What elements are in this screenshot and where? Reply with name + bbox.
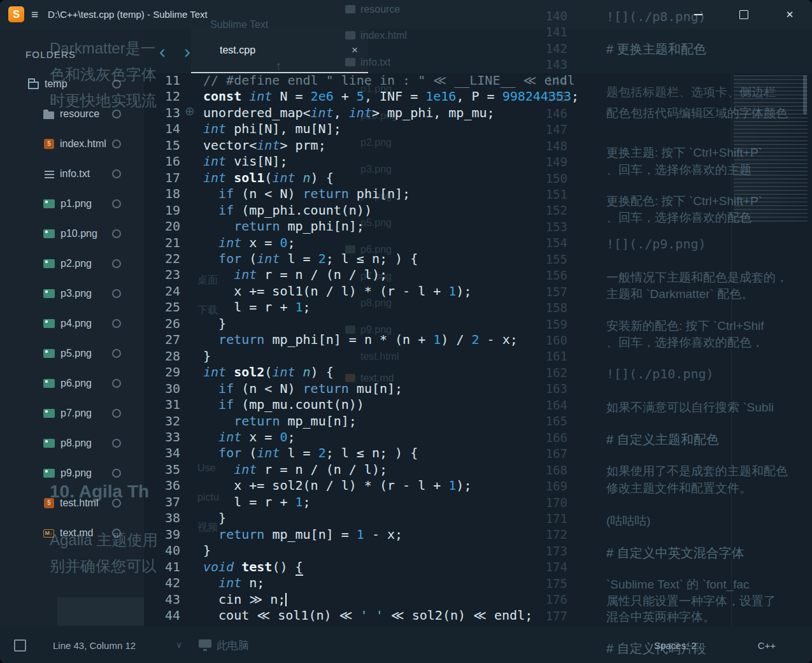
html-icon — [44, 139, 54, 149]
tree-item-label: p6.png — [61, 378, 92, 389]
code-line-text: if (n < N) return phi[n]; — [191, 186, 410, 202]
sidebar-toggle-icon[interactable] — [14, 639, 26, 652]
line-number: 17 — [144, 170, 191, 186]
image-icon — [43, 469, 55, 478]
code-line-text: } — [191, 510, 226, 526]
line-number: 23 — [144, 267, 191, 283]
vcs-status-dot — [112, 110, 121, 118]
tab-close-icon[interactable]: × — [352, 44, 358, 57]
image-icon — [43, 349, 55, 358]
tree-item-resource[interactable]: resource — [0, 99, 144, 129]
code-line-text: int phi[N], mu[N]; — [191, 121, 341, 137]
code-line-text: const int N = 2e6 + 5, INF = 1e16, P = 9… — [191, 89, 579, 104]
line-number: 21 — [144, 235, 191, 251]
line-number: 15 — [144, 138, 191, 153]
titlebar[interactable]: S ≡ D:\C++\test.cpp (temp) - Sublime Tex… — [0, 0, 812, 29]
code-line-text: return mp_phi[n]; — [191, 218, 364, 234]
window-controls: ✕ — [683, 0, 804, 29]
line-number: 35 — [144, 462, 191, 478]
code-line-11: 11// #define endl " line in : " ≪ __LINE… — [144, 73, 812, 89]
folder-open-icon — [28, 82, 39, 89]
tree-item-index.html[interactable]: index.html — [0, 129, 144, 159]
tab-test-cpp[interactable]: test.cpp × — [191, 29, 368, 73]
code-line-39: 39 return mp_mu[n] = 1 - x; — [144, 527, 812, 543]
code-line-text: x += sol1(n / l) * (r - l + 1); — [191, 283, 471, 299]
tree-item-p8.png[interactable]: p8.png — [0, 428, 144, 458]
code-line-42: 42 int n; — [144, 575, 812, 591]
vcs-status-dot — [112, 169, 121, 178]
tab-bar: test.cpp × — [144, 29, 812, 73]
code-line-32: 32 return mp_mu[n]; — [144, 413, 812, 429]
file-tree: tempresourceindex.htmlinfo.txtp1.pngp10.… — [0, 69, 144, 548]
code-line-text: cin ≫ n; — [191, 592, 287, 608]
tree-item-text.md[interactable]: text.md — [0, 518, 144, 548]
code-line-text: int x = 0; — [191, 429, 296, 445]
tree-item-p7.png[interactable]: p7.png — [0, 398, 144, 428]
line-number: 33 — [144, 429, 191, 445]
code-line-text: int r = n / (n / l); — [191, 462, 387, 478]
line-number: 24 — [144, 283, 191, 299]
syntax-language[interactable]: C++ — [758, 640, 776, 651]
tree-item-label: p5.png — [61, 348, 92, 359]
tree-item-info.txt[interactable]: info.txt — [0, 159, 144, 189]
tree-item-p5.png[interactable]: p5.png — [0, 338, 144, 368]
line-number: 34 — [144, 445, 191, 461]
tree-item-p10.png[interactable]: p10.png — [0, 218, 144, 248]
tree-item-p1.png[interactable]: p1.png — [0, 189, 144, 218]
menu-icon[interactable]: ≡ — [31, 8, 38, 22]
vcs-status-dot — [112, 499, 121, 508]
line-number: 19 — [144, 203, 191, 218]
code-line-29: 29int sol2(int n) { — [144, 364, 812, 380]
indent-setting[interactable]: Spaces: 2 — [654, 640, 697, 651]
vcs-status-dot — [112, 529, 121, 538]
code-line-40: 40} — [144, 543, 812, 559]
line-number: 11 — [144, 73, 191, 89]
tree-item-p3.png[interactable]: p3.png — [0, 278, 144, 308]
vcs-status-dot — [112, 80, 121, 89]
tree-item-temp[interactable]: temp — [0, 69, 144, 99]
html-icon — [44, 498, 54, 508]
code-line-38: 38 } — [144, 510, 812, 526]
line-number: 41 — [144, 559, 191, 575]
tab-label: test.cpp — [220, 45, 255, 56]
close-button[interactable]: ✕ — [775, 0, 804, 29]
tree-item-p4.png[interactable]: p4.png — [0, 308, 144, 338]
code-line-21: 21 int x = 0; — [144, 235, 812, 251]
text-cursor — [285, 593, 287, 606]
tree-item-label: p9.png — [61, 467, 92, 479]
code-line-25: 25 l = r + 1; — [144, 299, 812, 315]
code-editor[interactable]: 11// #define endl " line in : " ≪ __LINE… — [144, 73, 812, 627]
tree-item-label: temp — [45, 78, 68, 90]
code-line-12: 12const int N = 2e6 + 5, INF = 1e16, P =… — [144, 89, 812, 104]
code-line-text: return mp_mu[n]; — [191, 413, 357, 429]
code-line-14: 14int phi[N], mu[N]; — [144, 121, 812, 137]
tree-item-p6.png[interactable]: p6.png — [0, 368, 144, 398]
code-line-24: 24 x += sol1(n / l) * (r - l + 1); — [144, 283, 812, 299]
vcs-status-dot — [112, 409, 121, 418]
code-line-text: if (n < N) return mu[n]; — [191, 381, 402, 397]
code-line-text: cout ≪ sol1(n) ≪ ' ' ≪ sol2(n) ≪ endl; — [191, 608, 532, 624]
line-number: 25 — [144, 299, 191, 315]
tree-item-label: p4.png — [61, 318, 92, 329]
tree-item-label: p1.png — [61, 198, 92, 210]
image-icon — [43, 289, 55, 298]
code-line-text: if (mp_mu.count(n)) — [191, 397, 364, 413]
minimize-button[interactable] — [683, 0, 713, 29]
line-number: 30 — [144, 381, 191, 397]
code-line-15: 15vector<int> prm; — [144, 138, 812, 153]
code-line-30: 30 if (n < N) return mu[n]; — [144, 381, 812, 397]
tree-item-p9.png[interactable]: p9.png — [0, 458, 144, 488]
code-line-16: 16int vis[N]; — [144, 153, 812, 169]
tree-item-test.html[interactable]: test.html — [0, 488, 144, 518]
sidebar: FOLDERS tempresourceindex.htmlinfo.txtp1… — [0, 29, 144, 627]
tree-item-p2.png[interactable]: p2.png — [0, 248, 144, 278]
editor-column: test.cpp × 11// #define endl " line in :… — [144, 29, 812, 627]
code-line-17: 17int sol1(int n) { — [144, 170, 812, 186]
maximize-button[interactable] — [729, 0, 759, 29]
code-line-27: 27 return mp_phi[n] = n * (n + 1) / 2 - … — [144, 332, 812, 348]
code-line-text: } — [191, 316, 226, 332]
main-area: FOLDERS tempresourceindex.htmlinfo.txtp1… — [0, 29, 812, 627]
code-line-text: if (mp_phi.count(n)) — [191, 203, 372, 218]
tree-item-label: test.html — [60, 497, 98, 509]
code-line-36: 36 x += sol2(n / l) * (r - l + 1); — [144, 478, 812, 494]
